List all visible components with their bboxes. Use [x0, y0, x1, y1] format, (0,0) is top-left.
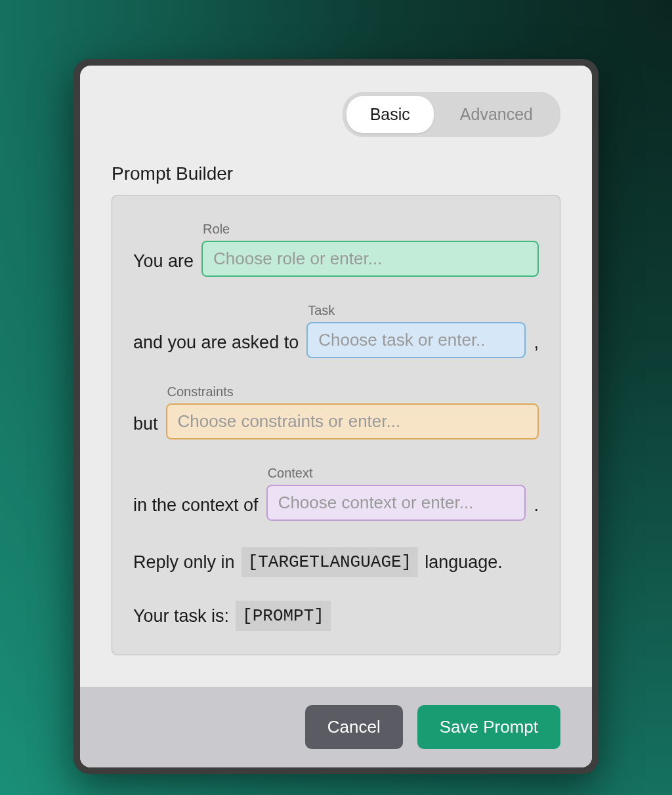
language-line: Reply only in [TARGETLANGUAGE] language.: [133, 547, 539, 577]
context-suffix: .: [534, 497, 539, 521]
language-post: language.: [425, 552, 503, 573]
role-label: Role: [201, 222, 539, 237]
modal-frame: Basic Advanced Prompt Builder You are Ro…: [74, 59, 598, 774]
context-prefix: in the context of: [133, 497, 259, 521]
builder-panel: You are Role and you are asked to Task ,: [112, 195, 560, 655]
cancel-button[interactable]: Cancel: [305, 705, 403, 749]
language-pre: Reply only in: [133, 552, 235, 573]
row-role: You are Role: [133, 222, 539, 277]
constraints-field-wrap: Constraints: [166, 384, 539, 439]
save-prompt-button[interactable]: Save Prompt: [417, 705, 560, 749]
tab-advanced[interactable]: Advanced: [436, 96, 556, 133]
taskis-line: Your task is: [PROMPT]: [133, 601, 539, 631]
task-input[interactable]: [306, 322, 526, 358]
context-label: Context: [266, 466, 526, 481]
task-field-wrap: Task: [306, 303, 526, 358]
modal-body: Basic Advanced Prompt Builder You are Ro…: [80, 66, 592, 687]
context-field-wrap: Context: [266, 466, 526, 521]
role-prefix: You are: [133, 253, 194, 277]
tab-bar: Basic Advanced: [112, 92, 560, 137]
taskis-pre: Your task is:: [133, 606, 229, 626]
constraints-prefix: but: [133, 415, 158, 439]
role-field-wrap: Role: [201, 222, 539, 277]
row-constraints: but Constraints: [133, 384, 539, 439]
task-label: Task: [306, 303, 526, 318]
constraints-label: Constraints: [166, 384, 539, 399]
constraints-input[interactable]: [166, 403, 539, 439]
role-input[interactable]: [201, 241, 539, 277]
context-input[interactable]: [266, 485, 526, 521]
task-prefix: and you are asked to: [133, 334, 299, 358]
section-title: Prompt Builder: [112, 163, 560, 184]
modal-inner: Basic Advanced Prompt Builder You are Ro…: [80, 66, 592, 767]
prompt-chip: [PROMPT]: [236, 601, 331, 631]
tab-basic[interactable]: Basic: [346, 96, 434, 133]
row-task: and you are asked to Task ,: [133, 303, 539, 358]
tab-group: Basic Advanced: [343, 92, 560, 137]
target-language-chip: [TARGETLANGUAGE]: [242, 547, 419, 577]
task-suffix: ,: [534, 334, 539, 358]
row-context: in the context of Context .: [133, 466, 539, 521]
modal-footer: Cancel Save Prompt: [80, 687, 592, 767]
